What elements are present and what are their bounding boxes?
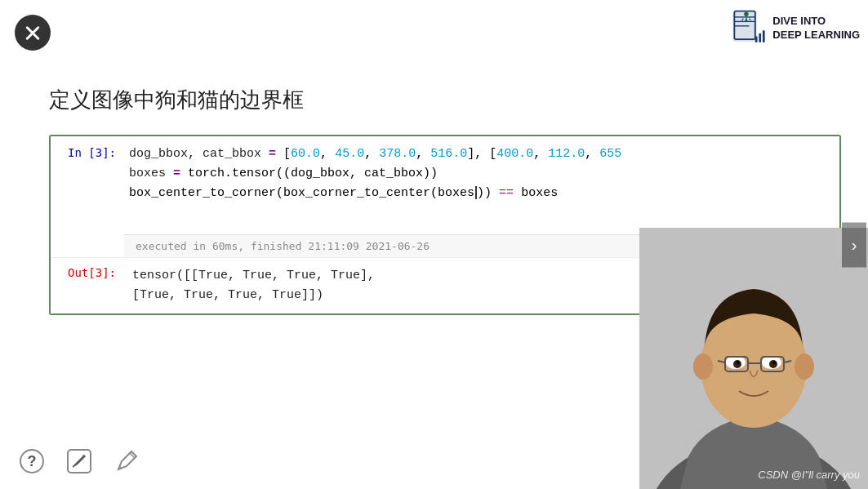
pencil-icon[interactable]: [111, 446, 142, 477]
close-button[interactable]: [15, 15, 51, 51]
svg-point-5: [745, 12, 749, 16]
code-line-3: box_center_to_corner(box_corner_to_cente…: [129, 184, 831, 203]
svg-point-25: [772, 361, 776, 364]
next-arrow[interactable]: ›: [842, 222, 866, 267]
svg-text:?: ?: [28, 453, 37, 469]
logo-area: DIVE INTO DEEP LEARNING: [725, 8, 860, 49]
code-line-2: boxes = torch.tensor((dog_bbox, cat_bbox…: [129, 164, 831, 184]
output-code: tensor([[True, True, True, True], [True,…: [124, 258, 383, 313]
svg-rect-6: [755, 37, 758, 42]
logo-icon: [725, 8, 766, 49]
cell-input-label: In [3]:: [51, 136, 124, 234]
bottom-toolbar: ?: [16, 446, 142, 477]
page-title: 定义图像中狗和猫的边界框: [49, 86, 304, 114]
cell-input: In [3]: dog_bbox, cat_bbox = [60.0, 45.0…: [51, 136, 839, 234]
svg-rect-8: [763, 30, 765, 42]
code-line-1: dog_bbox, cat_bbox = [60.0, 45.0, 378.0,…: [129, 144, 831, 164]
svg-rect-7: [759, 33, 762, 42]
person-overlay: [639, 228, 868, 489]
edit-icon[interactable]: [64, 446, 95, 477]
svg-point-24: [737, 361, 740, 364]
cell-output-label: Out[3]:: [51, 258, 124, 313]
logo-text: DIVE INTO DEEP LEARNING: [772, 15, 860, 42]
svg-point-18: [693, 353, 713, 380]
csdn-watermark: CSDN @I"ll carry you: [758, 469, 860, 481]
help-icon[interactable]: ?: [16, 446, 47, 477]
svg-rect-0: [733, 12, 757, 42]
cell-code[interactable]: dog_bbox, cat_bbox = [60.0, 45.0, 378.0,…: [124, 136, 839, 234]
svg-point-19: [795, 353, 814, 380]
